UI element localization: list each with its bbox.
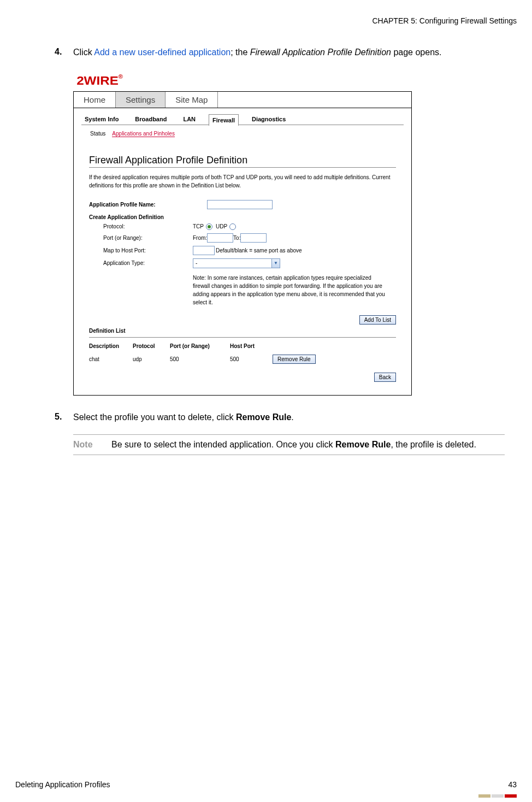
- col-host-port: Host Port: [230, 343, 273, 349]
- label-definition-list: Definition List: [89, 328, 396, 334]
- col-description: Description: [89, 343, 133, 349]
- app-type-note: Note: In some rare instances, certain ap…: [193, 274, 389, 306]
- subnav-lan[interactable]: LAN: [180, 114, 199, 125]
- label-to: To:: [233, 235, 240, 241]
- content-area: Firewall Application Profile Definition …: [74, 140, 411, 395]
- profile-name-input[interactable]: [207, 200, 273, 209]
- text: ; the: [230, 48, 250, 57]
- col-port: Port (or Range): [170, 343, 230, 349]
- label-profile-name: Application Profile Name:: [89, 202, 207, 208]
- step-number: 5.: [55, 412, 73, 423]
- text-bold: Remove Rule: [236, 412, 291, 422]
- text: Select the profile you want to delete, c…: [73, 412, 236, 422]
- text: Be sure to select the intended applicati…: [111, 440, 335, 449]
- logo-text: 2WIRE: [76, 74, 119, 87]
- host-port-note: Default/blank = same port as above: [216, 247, 302, 253]
- router-screenshot: 2WIRE® Home Settings Site Map System Inf…: [73, 69, 517, 396]
- subnav-firewall[interactable]: Firewall: [209, 114, 239, 126]
- tertiary-nav: Status Applications and Pinholes: [74, 125, 411, 140]
- cell-port: 500: [170, 356, 230, 362]
- tab-sitemap[interactable]: Site Map: [165, 92, 218, 108]
- logo-row: 2WIRE®: [73, 69, 517, 91]
- step-text: Select the profile you want to delete, c…: [73, 412, 294, 423]
- col-protocol: Protocol: [133, 343, 170, 349]
- tab-home[interactable]: Home: [74, 92, 116, 108]
- page-footer: Deleting Application Profiles 43: [15, 780, 517, 789]
- section-description: If the desired application requires mult…: [89, 173, 396, 190]
- router-frame: Home Settings Site Map System Info Broad…: [73, 91, 412, 396]
- select-value: -: [196, 260, 197, 266]
- step-4: 4. Click Add a new user-defined applicat…: [55, 47, 517, 58]
- step-number: 4.: [55, 47, 73, 58]
- text-italic: Firewall Application Profile Definition: [250, 48, 391, 57]
- text: .: [291, 412, 293, 422]
- text: , the profile is deleted.: [391, 440, 476, 449]
- tertiary-status[interactable]: Status: [90, 131, 105, 137]
- back-button[interactable]: Back: [374, 373, 396, 382]
- chevron-down-icon: ▼: [271, 259, 280, 268]
- text: Click: [73, 48, 94, 57]
- table-row: chat udp 500 500 Remove Rule: [89, 355, 396, 364]
- label-map-host: Map to Host Port:: [89, 247, 193, 253]
- radio-tcp[interactable]: [206, 223, 212, 230]
- port-to-input[interactable]: [240, 233, 267, 243]
- cell-description: chat: [89, 356, 133, 362]
- cell-host-port: 500: [230, 356, 273, 362]
- tertiary-apps-pinholes[interactable]: Applications and Pinholes: [112, 131, 175, 137]
- brand-logo: 2WIRE®: [76, 74, 123, 88]
- text-bold: Remove Rule: [335, 440, 391, 449]
- app-type-select[interactable]: - ▼: [193, 258, 280, 268]
- section-title: Firewall Application Profile Definition: [89, 155, 396, 166]
- top-tabs: Home Settings Site Map: [74, 92, 411, 108]
- label-port-range: Port (or Range):: [89, 235, 193, 241]
- port-from-input[interactable]: [207, 233, 233, 243]
- label-create-definition: Create Application Definition: [89, 214, 396, 220]
- note-label: Note: [73, 439, 111, 451]
- add-application-link[interactable]: Add a new user-defined application: [94, 48, 230, 57]
- note-block: Note Be sure to select the intended appl…: [73, 434, 505, 456]
- step-text: Click Add a new user-defined application…: [73, 47, 441, 58]
- label-app-type: Application Type:: [89, 260, 193, 266]
- footer-left: Deleting Application Profiles: [15, 780, 110, 789]
- footer-decoration: [478, 794, 517, 798]
- label-protocol: Protocol:: [89, 223, 193, 229]
- sub-nav: System Info Broadband LAN Firewall Diagn…: [74, 108, 411, 125]
- registered-icon: ®: [119, 74, 123, 80]
- note-text: Be sure to select the intended applicati…: [111, 439, 476, 451]
- label-udp: UDP: [216, 223, 227, 229]
- label-from: From:: [193, 235, 207, 241]
- step-5: 5. Select the profile you want to delete…: [55, 412, 517, 423]
- add-to-list-button[interactable]: Add To List: [359, 315, 396, 325]
- subnav-system-info[interactable]: System Info: [81, 114, 122, 125]
- tab-settings[interactable]: Settings: [116, 92, 165, 108]
- text: page opens.: [391, 48, 442, 57]
- chapter-header: CHAPTER 5: Configuring Firewall Settings: [15, 16, 517, 25]
- remove-rule-button[interactable]: Remove Rule: [273, 355, 316, 364]
- table-header: Description Protocol Port (or Range) Hos…: [89, 343, 396, 349]
- cell-protocol: udp: [133, 356, 170, 362]
- host-port-input[interactable]: [193, 246, 215, 255]
- subnav-broadband[interactable]: Broadband: [132, 114, 170, 125]
- page-number: 43: [508, 780, 517, 789]
- label-tcp: TCP: [193, 223, 204, 229]
- subnav-diagnostics[interactable]: Diagnostics: [249, 114, 289, 125]
- radio-udp[interactable]: [229, 223, 236, 230]
